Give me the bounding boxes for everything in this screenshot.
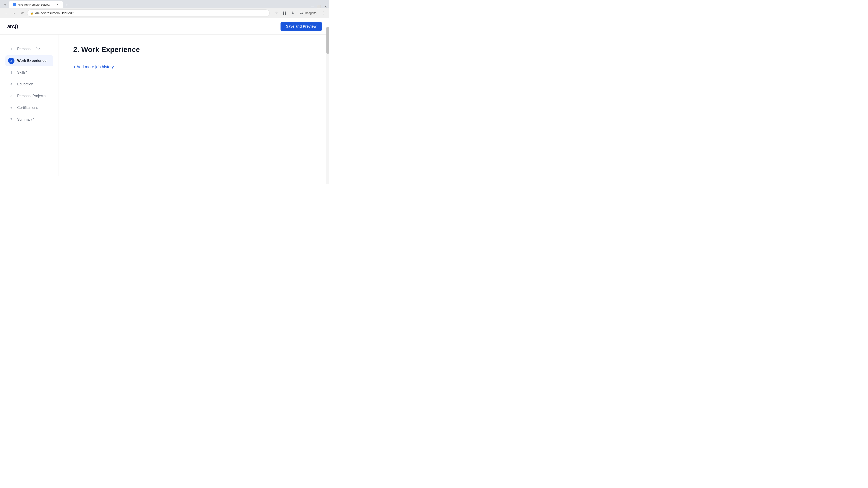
- sidebar-item-personal-info[interactable]: 1 Personal Info*: [5, 43, 53, 55]
- sidebar-item-education[interactable]: 4 Education: [5, 79, 53, 90]
- sidebar-item-skills[interactable]: 3 Skills*: [5, 67, 53, 78]
- extensions-button[interactable]: [281, 10, 288, 16]
- tab-title: Hire Top Remote Software Dev...: [18, 3, 54, 6]
- add-job-history-button[interactable]: + Add more job history: [73, 63, 114, 71]
- nav-number-2: 2: [8, 58, 14, 64]
- sidebar: 1 Personal Info* 2 Work Experience 3 Ski…: [0, 35, 59, 176]
- svg-rect-2: [285, 11, 286, 13]
- close-button[interactable]: ✕: [324, 5, 327, 8]
- nav-number-3: 3: [8, 69, 14, 76]
- browser-actions: ☆ ⬇ Incognito ⋮: [273, 10, 327, 16]
- sidebar-label-education: Education: [17, 82, 33, 86]
- sidebar-item-certifications[interactable]: 6 Certifications: [5, 102, 53, 113]
- sidebar-label-summary: Summary*: [17, 118, 34, 122]
- incognito-badge: Incognito: [298, 10, 318, 16]
- sidebar-item-work-experience[interactable]: 2 Work Experience: [5, 55, 53, 66]
- sidebar-label-personal-projects: Personal Projects: [17, 94, 45, 98]
- section-title: 2. Work Experience: [73, 45, 315, 54]
- svg-point-0: [13, 4, 15, 5]
- url-text: arc.dev/resume/builder/edit: [35, 11, 73, 15]
- tab-favicon: [13, 3, 16, 6]
- logo: arc(): [7, 23, 18, 30]
- nav-number-4: 4: [8, 81, 14, 88]
- maximize-button[interactable]: ⬜: [317, 5, 320, 8]
- main-layout: 1 Personal Info* 2 Work Experience 3 Ski…: [0, 35, 329, 176]
- url-bar[interactable]: 🔒 arc.dev/resume/builder/edit: [27, 9, 270, 17]
- top-navbar: arc() Save and Preview: [0, 18, 329, 35]
- save-preview-button[interactable]: Save and Preview: [281, 22, 322, 31]
- forward-button[interactable]: →: [11, 10, 17, 16]
- reload-button[interactable]: ⟳: [19, 10, 25, 16]
- browser-chrome: ▾ Hire Top Remote Software Dev... ✕ + — …: [0, 0, 329, 18]
- incognito-label: Incognito: [305, 11, 316, 15]
- tabs-bar: ▾ Hire Top Remote Software Dev... ✕ + — …: [0, 0, 329, 8]
- back-button[interactable]: ←: [3, 10, 9, 16]
- svg-rect-3: [283, 13, 284, 15]
- sidebar-item-summary[interactable]: 7 Summary*: [5, 114, 53, 125]
- nav-number-1: 1: [8, 46, 14, 52]
- sidebar-label-personal-info: Personal Info*: [17, 47, 40, 51]
- scrollbar-thumb[interactable]: [327, 27, 329, 54]
- menu-button[interactable]: ⋮: [320, 10, 327, 16]
- sidebar-label-certifications: Certifications: [17, 106, 38, 110]
- minimize-button[interactable]: —: [311, 5, 314, 8]
- svg-rect-4: [285, 13, 286, 15]
- active-tab[interactable]: Hire Top Remote Software Dev... ✕: [9, 1, 63, 8]
- content-area: 2. Work Experience + Add more job histor…: [59, 35, 329, 176]
- url-lock-icon: 🔒: [30, 11, 33, 15]
- bookmark-button[interactable]: ☆: [273, 10, 280, 16]
- download-button[interactable]: ⬇: [289, 10, 296, 16]
- tab-close-button[interactable]: ✕: [56, 3, 59, 6]
- nav-number-5: 5: [8, 93, 14, 99]
- address-bar: ← → ⟳ 🔒 arc.dev/resume/builder/edit ☆ ⬇: [0, 8, 329, 18]
- page-content: arc() Save and Preview 1 Personal Info* …: [0, 18, 329, 176]
- tabs-list-button[interactable]: ▾: [2, 2, 8, 8]
- new-tab-button[interactable]: +: [64, 2, 70, 8]
- sidebar-item-personal-projects[interactable]: 5 Personal Projects: [5, 91, 53, 101]
- svg-rect-1: [283, 11, 284, 13]
- nav-number-6: 6: [8, 105, 14, 111]
- nav-number-7: 7: [8, 116, 14, 123]
- scrollbar-track: [327, 27, 329, 184]
- sidebar-label-skills: Skills*: [17, 70, 27, 74]
- sidebar-label-work-experience: Work Experience: [17, 59, 46, 63]
